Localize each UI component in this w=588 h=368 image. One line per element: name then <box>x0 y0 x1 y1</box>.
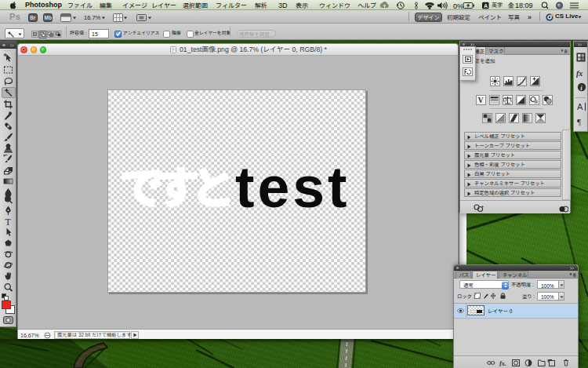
svg-text:fx: fx <box>576 69 583 78</box>
svg-text:16.7%: 16.7% <box>84 14 101 21</box>
svg-text:A: A <box>577 102 583 111</box>
svg-text:fx.: fx. <box>499 359 506 366</box>
svg-text:Br: Br <box>30 15 36 20</box>
svg-text:¶: ¶ <box>577 117 581 126</box>
svg-text:A: A <box>484 3 488 9</box>
svg-text:T: T <box>5 217 12 228</box>
svg-text:Mb: Mb <box>45 15 52 20</box>
svg-text:V: V <box>478 96 485 104</box>
svg-text:0%: 0% <box>453 2 463 10</box>
